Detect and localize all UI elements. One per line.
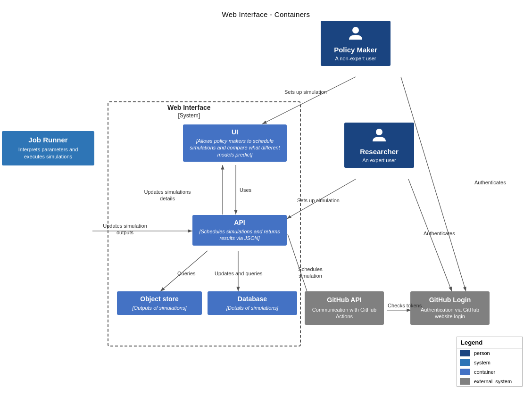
researcher-box: Researcher An expert user: [344, 123, 414, 168]
policy-maker-box: Policy Maker A non-expert user: [321, 21, 391, 66]
label-schedules-simulation: Schedules simulation: [291, 266, 329, 280]
github-login-desc: Authentication via GitHub website login: [416, 306, 484, 320]
svg-line-12: [401, 77, 466, 291]
legend-color-person: [460, 350, 470, 356]
label-updates-and-queries: Updates and queries: [215, 270, 263, 277]
legend-item-system: system: [457, 358, 522, 367]
svg-point-14: [376, 129, 382, 135]
svg-point-13: [352, 27, 359, 33]
policy-maker-icon: [326, 25, 385, 44]
label-sets-up-simulation-1: Sets up simulation: [284, 89, 327, 95]
github-api-box: GitHub API Communication with GitHub Act…: [305, 291, 384, 325]
api-container-name: API: [197, 219, 282, 226]
legend-label-person: person: [474, 350, 490, 356]
legend-title: Legend: [457, 337, 522, 348]
database-name: Database: [212, 295, 292, 303]
object-store-box: Object store [Outputs of simulations]: [117, 291, 202, 315]
researcher-desc: An expert user: [350, 157, 408, 163]
legend-color-external: [460, 378, 470, 385]
policy-maker-name: Policy Maker: [326, 46, 385, 54]
label-updates-simulation-outputs: Updates simulation outputs: [94, 223, 156, 236]
label-checks-tokens: Checks tokens: [388, 302, 422, 309]
legend-label-system: system: [474, 360, 490, 365]
label-sets-up-simulation-2: Sets up simulation: [297, 197, 340, 204]
diagram-title: Web Interface - Containers: [0, 5, 532, 18]
label-updates-simulations-details: Updates simulations details: [139, 189, 196, 202]
github-login-box: GitHub Login Authentication via GitHub w…: [410, 291, 490, 325]
api-container-box: API [Schedules simulations and returns r…: [192, 215, 287, 246]
api-container-desc: [Schedules simulations and returns resul…: [197, 228, 282, 242]
github-api-name: GitHub API: [310, 296, 378, 304]
researcher-icon: [350, 127, 408, 146]
label-uses: Uses: [240, 187, 251, 193]
policy-maker-desc: A non-expert user: [326, 56, 385, 61]
legend-color-container: [460, 369, 470, 375]
label-queries: Queries: [177, 270, 196, 277]
object-store-desc: [Outputs of simulations]: [122, 305, 197, 311]
ui-container-desc: [Allows policy makers to schedule simula…: [188, 138, 282, 158]
ui-container-name: UI: [188, 128, 282, 136]
legend-label-external: external_system: [474, 379, 512, 384]
label-authenticates-1: Authenticates: [424, 230, 455, 237]
object-store-name: Object store: [122, 295, 197, 303]
job-runner-desc: Interprets parameters and executes simul…: [8, 146, 88, 161]
legend-item-person: person: [457, 348, 522, 358]
system-boundary-label: Web Interface [System]: [167, 104, 211, 119]
legend-item-container: container: [457, 367, 522, 377]
researcher-name: Researcher: [350, 148, 408, 156]
ui-container-box: UI [Allows policy makers to schedule sim…: [183, 124, 287, 162]
legend-label-container: container: [474, 369, 495, 375]
label-authenticates-2: Authenticates: [474, 179, 506, 186]
legend-item-external-system: external_system: [457, 377, 522, 386]
legend: Legend person system container external_…: [457, 337, 523, 387]
job-runner-box: Job Runner Interprets parameters and exe…: [2, 131, 94, 165]
github-api-desc: Communication with GitHub Actions: [310, 306, 378, 320]
legend-color-system: [460, 359, 470, 366]
database-box: Database [Details of simulations]: [208, 291, 297, 315]
job-runner-name: Job Runner: [8, 136, 88, 144]
github-login-name: GitHub Login: [416, 296, 484, 304]
database-desc: [Details of simulations]: [212, 305, 292, 311]
